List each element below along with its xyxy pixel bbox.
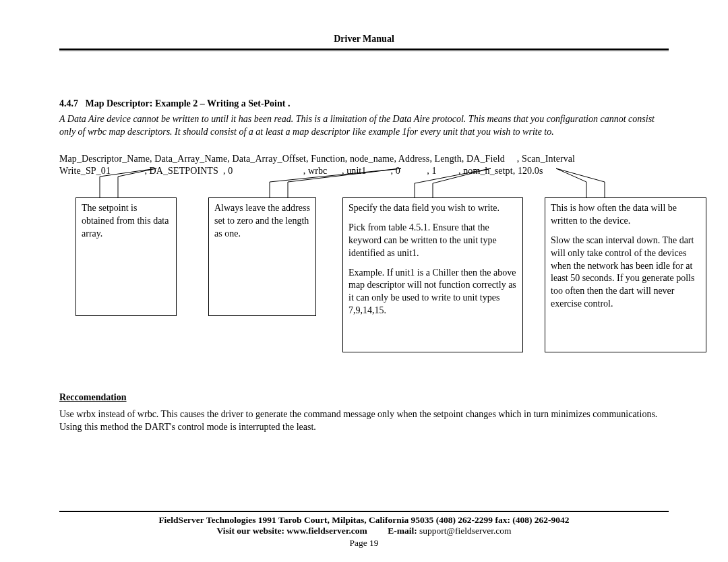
footer-email: support@fieldserver.com [419, 526, 512, 536]
callout-text-p2: Slow the scan interval down. The dart wi… [551, 235, 700, 311]
footer-page-number: 19 [369, 538, 379, 548]
footer-company-line: FieldServer Technologies 1991 Tarob Cour… [59, 515, 669, 526]
table-value-line: Write_SP_01 , DA_SETPOINTS , 0 , wrbc , … [59, 166, 669, 177]
recommendation-heading: Reccomendation [59, 392, 669, 403]
callout-text-p3: Example. If unit1 is a Chiller then the … [348, 267, 517, 318]
callout-setpoint-source: The setpoint is obtained from this data … [75, 197, 177, 316]
recommendation-body: Use wrbx instead of wrbc. This causes th… [59, 408, 669, 434]
callout-text-p1: Specify the data field you wish to write… [348, 202, 517, 215]
footer-visit-label: Visit our website: [216, 526, 286, 536]
callout-text-p1: This is how often the data will be writt… [551, 202, 700, 228]
callout-address-length: Always leave the address set to zero and… [208, 197, 316, 316]
table-header-line: Map_Descriptor_Name, Data_Array_Name, Da… [59, 154, 669, 164]
table-value-text: Write_SP_01 , DA_SETPOINTS , 0 , wrbc , … [59, 166, 543, 176]
footer-website: www.fieldserver.com [286, 526, 367, 536]
section-intro: A Data Aire device cannot be written to … [59, 113, 669, 139]
callout-text: Always leave the address set to zero and… [214, 203, 310, 239]
page-footer: FieldServer Technologies 1991 Tarob Cour… [59, 511, 669, 549]
callout-text-p2: Pick from table 4.5.1. Ensure that the k… [348, 222, 517, 260]
footer-rule [59, 511, 669, 512]
footer-page-label: Page [349, 538, 367, 548]
callout-text: The setpoint is obtained from this data … [82, 203, 169, 239]
footer-page-line: Page 19 [59, 538, 669, 549]
callout-scan-interval: This is how often the data will be writt… [545, 197, 706, 352]
doc-header-title: Driver Manual [59, 34, 669, 44]
section-heading: 4.4.7 Map Descriptor: Example 2 – Writin… [59, 98, 669, 109]
footer-contact-line: Visit our website: www.fieldserver.com E… [59, 526, 669, 536]
header-rule-thick [59, 49, 669, 50]
section-title: Map Descriptor: Example 2 – Writing a Se… [86, 98, 291, 108]
header-rule-thin [59, 51, 669, 51]
footer-email-label: E-mail: [388, 526, 417, 536]
callout-data-field: Specify the data field you wish to write… [342, 197, 523, 352]
section-number: 4.4.7 [59, 98, 78, 108]
